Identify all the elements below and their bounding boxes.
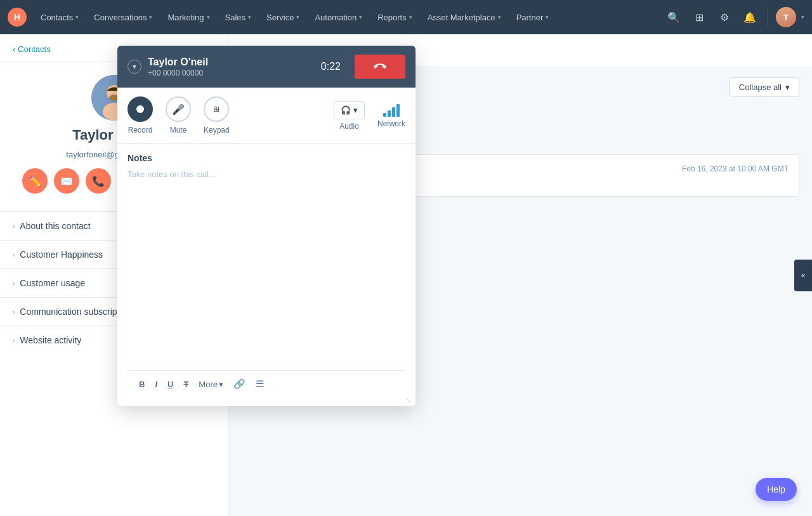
top-navigation: H Contacts ▾ Conversations ▾ Marketing ▾… xyxy=(0,0,812,34)
end-call-button[interactable] xyxy=(355,55,405,79)
notes-placeholder: Take notes on this call... xyxy=(128,167,405,218)
chevron-down-icon: ▾ xyxy=(785,83,790,92)
italic-button[interactable]: I xyxy=(151,377,161,392)
record-icon xyxy=(135,104,145,114)
audio-button[interactable]: 🎧 ▾ xyxy=(334,101,365,119)
nav-item-partner[interactable]: Partner ▾ xyxy=(510,9,556,26)
nav-item-automation[interactable]: Automation ▾ xyxy=(308,9,369,26)
audio-control[interactable]: 🎧 ▾ Audio xyxy=(334,101,365,131)
chevron-right-icon: › xyxy=(13,308,15,315)
call-popup-header: ▾ Taylor O'neil +00 0000 00000 0:22 xyxy=(117,46,416,88)
record-label: Record xyxy=(128,126,153,135)
breadcrumb-contacts[interactable]: ‹ Contacts xyxy=(13,44,51,54)
chevron-down-icon: ▾ xyxy=(353,105,358,115)
notifications-button[interactable]: 🔔 xyxy=(740,7,760,27)
more-formatting-button[interactable]: More ▾ xyxy=(195,377,227,392)
chevron-down-icon: ▾ xyxy=(498,14,501,20)
hubspot-logo[interactable]: H xyxy=(8,8,27,27)
minimize-call-button[interactable]: ▾ xyxy=(128,60,141,74)
apps-button[interactable]: ⊞ xyxy=(689,7,709,27)
call-notes-area: Notes Take notes on this call... B I U T… xyxy=(117,144,416,406)
strikethrough-button[interactable]: T xyxy=(180,377,192,392)
underline-button[interactable]: U xyxy=(164,377,177,392)
mute-label: Mute xyxy=(170,126,187,135)
nav-item-service[interactable]: Service ▾ xyxy=(260,9,306,26)
chevron-down-icon: ▾ xyxy=(801,14,804,20)
nav-item-asset-marketplace[interactable]: Asset Marketplace ▾ xyxy=(421,9,508,26)
keypad-control[interactable]: ⊞ Keypad xyxy=(204,96,230,135)
record-button[interactable] xyxy=(128,96,153,122)
call-button[interactable]: 📞 xyxy=(86,168,111,194)
list-button[interactable]: ☰ xyxy=(252,376,268,392)
chevron-right-icon: › xyxy=(13,280,15,287)
chevron-down-icon: ▾ xyxy=(546,14,549,20)
expand-panel-button[interactable]: « xyxy=(794,260,812,291)
bar-1 xyxy=(383,113,386,117)
network-bars xyxy=(383,103,400,117)
chevron-right-icon: › xyxy=(13,223,15,230)
record-control[interactable]: Record xyxy=(128,96,153,135)
settings-button[interactable]: ⚙ xyxy=(714,7,735,27)
bar-3 xyxy=(392,107,395,117)
chevron-down-icon: ▾ xyxy=(149,14,152,20)
double-chevron-left-icon: « xyxy=(801,271,806,280)
notes-formatting-toolbar: B I U T More ▾ 🔗 ☰ xyxy=(128,370,405,397)
chevron-right-icon: › xyxy=(13,337,15,344)
email-button[interactable]: ✉️ xyxy=(54,168,79,194)
end-call-icon xyxy=(374,60,386,73)
call-phone: +00 0000 00000 xyxy=(148,69,307,77)
call-timer: 0:22 xyxy=(321,61,341,72)
nav-item-reports[interactable]: Reports ▾ xyxy=(371,9,419,26)
collapse-all-button[interactable]: Collapse all ▾ xyxy=(730,77,799,97)
audio-label: Audio xyxy=(339,122,359,131)
chevron-left-icon: ‹ xyxy=(13,44,15,54)
chevron-down-icon: ▾ xyxy=(207,14,210,20)
keypad-label: Keypad xyxy=(204,126,230,135)
network-control[interactable]: Network xyxy=(377,103,405,128)
chevron-down-icon: ▾ xyxy=(296,14,299,20)
edit-button[interactable]: ✏️ xyxy=(22,168,48,194)
network-label: Network xyxy=(377,119,405,128)
resize-handle[interactable]: ⤡ xyxy=(405,396,413,404)
search-button[interactable]: 🔍 xyxy=(664,7,684,27)
headphone-icon: 🎧 xyxy=(341,105,351,115)
notes-label: Notes xyxy=(128,153,405,163)
link-button[interactable]: 🔗 xyxy=(230,376,249,392)
nav-item-marketing[interactable]: Marketing ▾ xyxy=(161,9,216,26)
bar-4 xyxy=(396,104,400,117)
nav-divider xyxy=(768,8,768,27)
help-button[interactable]: Help xyxy=(756,478,797,501)
call-contact-name: Taylor O'neil xyxy=(148,56,307,68)
nav-item-contacts[interactable]: Contacts ▾ xyxy=(34,9,85,26)
bar-2 xyxy=(388,110,391,117)
notes-editor: Notes Take notes on this call... B I U T… xyxy=(128,153,405,397)
mute-button[interactable]: 🎤 xyxy=(166,96,191,122)
call-controls: Record 🎤 Mute ⊞ Keypad 🎧 ▾ Audio xyxy=(117,88,416,144)
chevron-down-icon: ▾ xyxy=(248,14,251,20)
chevron-right-icon: › xyxy=(13,251,15,258)
chevron-down-icon: ▾ xyxy=(409,14,412,20)
call-popup: ▾ Taylor O'neil +00 0000 00000 0:22 Reco… xyxy=(117,46,416,406)
chevron-down-icon: ▾ xyxy=(219,380,223,389)
chevron-down-icon: ▾ xyxy=(359,14,362,20)
notes-content[interactable]: Take notes on this call... xyxy=(128,167,405,370)
svg-point-4 xyxy=(136,105,144,113)
nav-item-sales[interactable]: Sales ▾ xyxy=(219,9,258,26)
keypad-button[interactable]: ⊞ xyxy=(204,96,229,122)
bold-button[interactable]: B xyxy=(135,377,148,392)
activity-date: Feb 16, 2023 at 10:00 AM GMT xyxy=(682,164,789,173)
nav-right-icons: 🔍 ⊞ ⚙ 🔔 T ▾ xyxy=(664,7,804,27)
call-contact-info: Taylor O'neil +00 0000 00000 xyxy=(148,56,307,77)
mute-control[interactable]: 🎤 Mute xyxy=(166,96,191,135)
nav-item-conversations[interactable]: Conversations ▾ xyxy=(88,9,159,26)
chevron-down-icon: ▾ xyxy=(75,14,79,20)
user-avatar[interactable]: T xyxy=(776,7,796,27)
